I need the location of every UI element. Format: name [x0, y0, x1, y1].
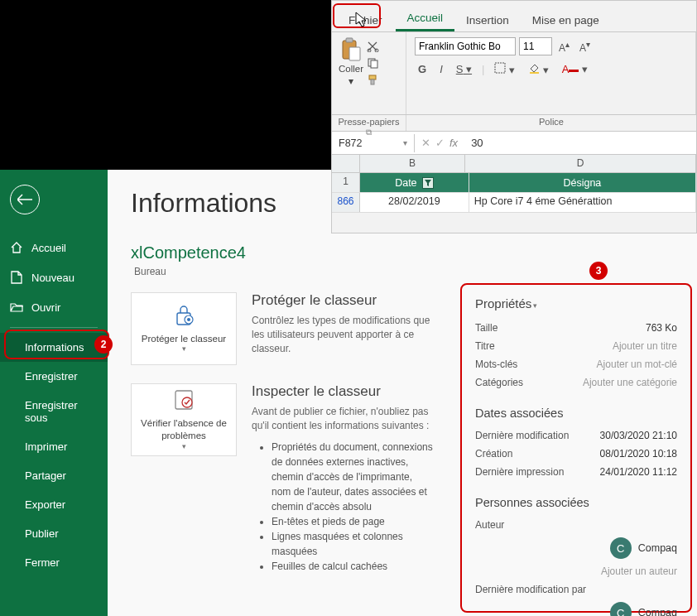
- nav-informations[interactable]: Informations: [0, 333, 108, 362]
- nav-label: Enregistrer sous: [25, 399, 98, 424]
- column-header-b[interactable]: B: [360, 155, 465, 172]
- cursor-icon: [355, 12, 368, 31]
- card-label: Vérifier l'absence de problèmes: [137, 417, 231, 442]
- group-label-font: Police: [406, 115, 696, 131]
- svg-rect-16: [569, 70, 579, 72]
- formula-bar[interactable]: 30: [464, 133, 696, 152]
- cell-date[interactable]: 28/02/2019: [360, 193, 469, 212]
- lock-icon: [171, 305, 196, 328]
- copy-button[interactable]: [367, 57, 382, 70]
- font-name-select[interactable]: [415, 37, 516, 55]
- nav-ouvrir[interactable]: Ouvrir: [0, 292, 108, 322]
- nav-label: Fermer: [25, 556, 60, 569]
- format-painter-button[interactable]: [367, 74, 382, 87]
- svg-rect-6: [346, 38, 353, 42]
- people-heading: Personnes associées: [475, 496, 677, 509]
- svg-rect-14: [495, 63, 505, 73]
- underline-button[interactable]: S ▾: [453, 61, 475, 77]
- inspect-item: Feuilles de calcul cachées: [272, 559, 434, 574]
- table-header-designation[interactable]: Désigna: [469, 173, 696, 192]
- author-row[interactable]: C Compaq: [475, 534, 677, 562]
- prop-categories[interactable]: CatégoriesAjouter une catégorie: [475, 373, 677, 392]
- nav-label: Publier: [25, 527, 58, 540]
- prop-created: Création08/01/2020 10:18: [475, 445, 677, 463]
- italic-button[interactable]: I: [436, 61, 446, 77]
- prop-last-printed: Dernière impression24/01/2020 11:12: [475, 463, 677, 481]
- nav-enregistrer[interactable]: Enregistrer: [0, 362, 108, 391]
- svg-rect-11: [371, 60, 377, 68]
- clipboard-group: Coller ▾: [332, 32, 406, 114]
- svg-rect-7: [349, 47, 360, 60]
- svg-rect-13: [371, 79, 374, 84]
- lastmod-row[interactable]: C Compaq: [475, 599, 677, 616]
- check-issues-button[interactable]: Vérifier l'absence de problèmes ▾: [131, 383, 237, 456]
- chevron-down-icon: ▾: [182, 344, 186, 353]
- protect-title: Protéger le classeur: [252, 292, 434, 309]
- nav-label: Enregistrer: [25, 370, 78, 383]
- dates-heading: Dates associées: [475, 407, 677, 420]
- nav-label: Imprimer: [25, 440, 67, 453]
- prop-title[interactable]: TitreAjouter un titre: [475, 337, 677, 355]
- protect-workbook-button[interactable]: Protéger le classeur ▾: [131, 292, 237, 365]
- select-all-cell[interactable]: [332, 155, 360, 172]
- card-label: Protéger le classeur: [142, 333, 226, 345]
- nav-enregistrer-sous[interactable]: Enregistrer sous: [0, 391, 108, 432]
- nav-publier[interactable]: Publier: [0, 519, 108, 548]
- document-title: xlCompetence4: [131, 243, 674, 262]
- nav-nouveau[interactable]: Nouveau: [0, 262, 108, 292]
- prop-last-modified: Dernière modification30/03/2020 21:10: [475, 426, 677, 445]
- paste-button[interactable]: Coller ▾: [339, 37, 363, 87]
- tab-insertion[interactable]: Insertion: [454, 7, 521, 31]
- nav-label: Nouveau: [31, 272, 75, 284]
- file-new-icon: [10, 271, 23, 284]
- protect-desc: Contrôlez les types de modifications que…: [252, 314, 434, 355]
- cut-button[interactable]: [367, 41, 382, 54]
- chevron-down-icon: ▾: [533, 301, 537, 310]
- nav-label: Informations: [25, 341, 84, 354]
- inspect-list: Propriétés du document, connexions de do…: [272, 440, 434, 574]
- tab-accueil[interactable]: Accueil: [396, 5, 455, 31]
- borders-button[interactable]: ▾: [491, 60, 518, 78]
- table-header-date[interactable]: Date: [360, 173, 469, 192]
- svg-rect-12: [369, 75, 376, 79]
- group-label-clipboard: Presse-papiers ⧉: [332, 115, 406, 131]
- filter-icon[interactable]: [422, 177, 434, 189]
- font-color-button[interactable]: A ▾: [559, 61, 591, 77]
- chevron-down-icon: ▾: [348, 75, 353, 87]
- row-header-866[interactable]: 866: [332, 193, 360, 212]
- author-name: Compaq: [638, 542, 677, 554]
- chevron-down-icon: ▾: [182, 442, 186, 450]
- increase-font-button[interactable]: A▴: [555, 38, 573, 55]
- nav-label: Ouvrir: [31, 301, 60, 314]
- decrease-font-button[interactable]: A▾: [576, 38, 594, 55]
- backstage-sidebar: Accueil Nouveau Ouvrir Informations Enre…: [0, 170, 108, 616]
- cancel-formula-button[interactable]: ✕: [421, 137, 430, 149]
- back-button[interactable]: [10, 185, 40, 214]
- fill-color-button[interactable]: ▾: [525, 60, 552, 78]
- column-header-d[interactable]: D: [465, 155, 696, 172]
- font-group: A▴ A▾ G I S ▾ | ▾ ▾ A ▾: [406, 32, 696, 114]
- name-box[interactable]: F872▾: [332, 134, 415, 152]
- nav-exporter[interactable]: Exporter: [0, 490, 108, 519]
- row-header-1[interactable]: 1: [332, 173, 360, 192]
- fx-button[interactable]: fx: [449, 137, 458, 149]
- enter-formula-button[interactable]: ✓: [435, 137, 445, 149]
- add-author-button[interactable]: Ajouter un auteur: [475, 562, 677, 580]
- nav-imprimer[interactable]: Imprimer: [0, 432, 108, 461]
- inspect-desc: Avant de publier ce fichier, n'oubliez p…: [252, 405, 434, 433]
- nav-accueil[interactable]: Accueil: [0, 233, 108, 262]
- font-size-select[interactable]: [519, 37, 552, 55]
- avatar: C: [610, 537, 632, 559]
- avatar: C: [610, 602, 632, 616]
- folder-open-icon: [10, 301, 23, 314]
- prop-keywords[interactable]: Mots-clésAjouter un mot-clé: [475, 355, 677, 373]
- nav-partager[interactable]: Partager: [0, 461, 108, 490]
- excel-ribbon-overlay: Fichier Accueil Insertion Mise en page C…: [331, 0, 697, 233]
- arrow-left-icon: [17, 194, 32, 205]
- nav-fermer[interactable]: Fermer: [0, 548, 108, 577]
- properties-dropdown[interactable]: Propriétés▾: [475, 296, 677, 310]
- tab-mise-en-page[interactable]: Mise en page: [521, 7, 611, 31]
- inspect-item: Propriétés du document, connexions de do…: [272, 440, 434, 514]
- bold-button[interactable]: G: [415, 61, 430, 77]
- cell-designation[interactable]: Hp Core i7 4 éme Générattion: [469, 193, 696, 212]
